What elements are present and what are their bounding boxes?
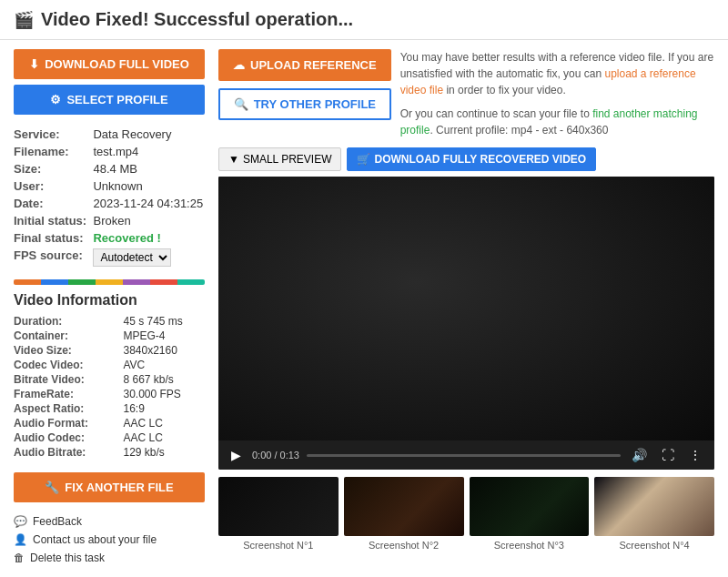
search-icon: 🔍 (234, 97, 248, 111)
page-header: 🎬 Video Fixed! Successful operation... (0, 0, 728, 40)
initial-status-row: Initial status: Broken (14, 212, 205, 229)
action-buttons-area: ☁ UPLOAD REFERENCE 🔍 TRY OTHER PROFILE Y… (218, 49, 714, 138)
video-player: ▶ 0:00 / 0:13 🔊 ⛶ ⋮ (218, 177, 714, 470)
screenshot-thumb-1 (218, 477, 339, 536)
screenshot-thumb-4 (594, 477, 714, 536)
more-options-button[interactable]: ⋮ (685, 446, 705, 464)
volume-button[interactable]: 🔊 (628, 446, 651, 464)
size-row: Size: 48.4 MB (14, 160, 205, 177)
upload-reference-button[interactable]: ☁ UPLOAD REFERENCE (218, 49, 391, 81)
delete-task-link[interactable]: 🗑 Delete this task (14, 552, 205, 564)
cart-icon: 🛒 (357, 153, 370, 166)
screenshot-1: Screenshot N°1 (218, 477, 339, 551)
upload-icon: ☁ (233, 58, 245, 72)
right-panel: ☁ UPLOAD REFERENCE 🔍 TRY OTHER PROFILE Y… (218, 49, 714, 564)
person-icon: 👤 (14, 533, 27, 546)
screenshot-2: Screenshot N°2 (344, 477, 464, 551)
hint-text-area: You may have better results with a refer… (400, 49, 714, 138)
preview-bar: ▼ SMALL PREVIEW 🛒 DOWNLOAD FULLY RECOVER… (218, 147, 714, 171)
main-content: ⬇ DOWNLOAD FULL VIDEO ⚙ SELECT PROFILE S… (0, 40, 728, 573)
trash-icon: 🗑 (14, 552, 25, 564)
left-panel: ⬇ DOWNLOAD FULL VIDEO ⚙ SELECT PROFILE S… (14, 49, 205, 564)
screenshot-4: Screenshot N°4 (594, 477, 714, 551)
sliders-icon: ⚙ (50, 93, 61, 106)
footer-links: 💬 FeedBack 👤 Contact us about your file … (14, 515, 205, 564)
video-overlay (218, 177, 714, 440)
screenshot-3: Screenshot N°3 (470, 477, 590, 551)
try-other-profile-button[interactable]: 🔍 TRY OTHER PROFILE (218, 88, 391, 120)
fullscreen-button[interactable]: ⛶ (658, 446, 678, 464)
video-info-section: Video Information Duration:45 s 745 ms C… (14, 292, 205, 460)
video-time: 0:00 / 0:13 (252, 450, 299, 461)
video-icon: 🎬 (14, 10, 34, 30)
video-screen (218, 177, 714, 440)
fps-row: FPS source: Autodetect 24 FPS 25 FPS 30 … (14, 247, 205, 268)
preview-icon: ▼ (228, 153, 239, 166)
download-icon: ⬇ (29, 57, 39, 71)
wrench-icon: 🔧 (45, 481, 59, 494)
filename-row: Filename: test.mp4 (14, 143, 205, 160)
service-row: Service: Data Recovery (14, 126, 205, 143)
video-controls: ▶ 0:00 / 0:13 🔊 ⛶ ⋮ (218, 440, 714, 470)
select-profile-button[interactable]: ⚙ SELECT PROFILE (14, 85, 205, 115)
feedback-link[interactable]: 💬 FeedBack (14, 515, 205, 528)
color-bar (14, 279, 205, 285)
progress-bar[interactable] (307, 454, 621, 457)
user-row: User: Unknown (14, 177, 205, 195)
date-row: Date: 2023-11-24 04:31:25 (14, 195, 205, 212)
contact-link[interactable]: 👤 Contact us about your file (14, 533, 205, 546)
screenshot-thumb-2 (344, 477, 464, 536)
play-button[interactable]: ▶ (228, 446, 245, 464)
fps-select[interactable]: Autodetect 24 FPS 25 FPS 30 FPS 60 FPS (93, 248, 171, 267)
action-buttons-col: ☁ UPLOAD REFERENCE 🔍 TRY OTHER PROFILE (218, 49, 391, 120)
download-full-video-button[interactable]: ⬇ DOWNLOAD FULL VIDEO (14, 49, 205, 79)
file-info-section: Service: Data Recovery Filename: test.mp… (14, 126, 205, 268)
download-recovered-button[interactable]: 🛒 DOWNLOAD FULLY RECOVERED VIDEO (347, 147, 596, 171)
final-status-row: Final status: Recovered ! (14, 229, 205, 247)
screenshots-row: Screenshot N°1 Screenshot N°2 Screenshot… (218, 477, 714, 551)
fix-another-file-button[interactable]: 🔧 FIX ANOTHER FILE (14, 472, 205, 502)
small-preview-button[interactable]: ▼ SMALL PREVIEW (218, 147, 341, 171)
page-title: Video Fixed! Successful operation... (41, 9, 353, 30)
screenshot-thumb-3 (470, 477, 590, 536)
speech-icon: 💬 (14, 515, 27, 528)
